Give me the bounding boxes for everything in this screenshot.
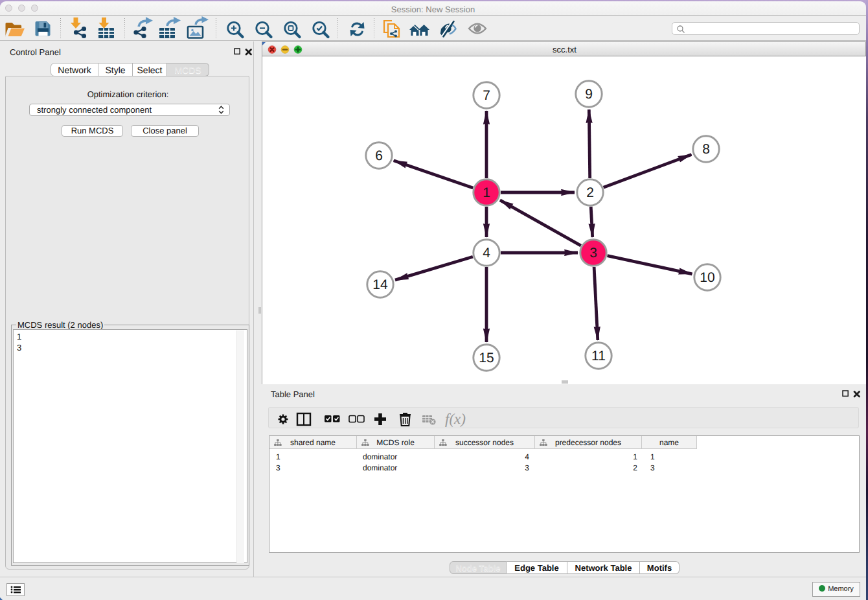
svg-text:2: 2 xyxy=(586,185,594,200)
svg-text:11: 11 xyxy=(591,349,606,363)
svg-text:6: 6 xyxy=(375,148,383,163)
svg-text:3: 3 xyxy=(589,246,597,260)
svg-text:8: 8 xyxy=(702,142,710,157)
svg-text:7: 7 xyxy=(483,88,490,103)
svg-text:f(x): f(x) xyxy=(445,411,466,427)
svg-text:14: 14 xyxy=(372,277,388,292)
svg-text:4: 4 xyxy=(483,246,490,260)
svg-text:9: 9 xyxy=(585,87,593,102)
svg-text:1: 1 xyxy=(483,185,490,200)
svg-text:15: 15 xyxy=(479,351,494,365)
svg-text:10: 10 xyxy=(700,270,714,285)
